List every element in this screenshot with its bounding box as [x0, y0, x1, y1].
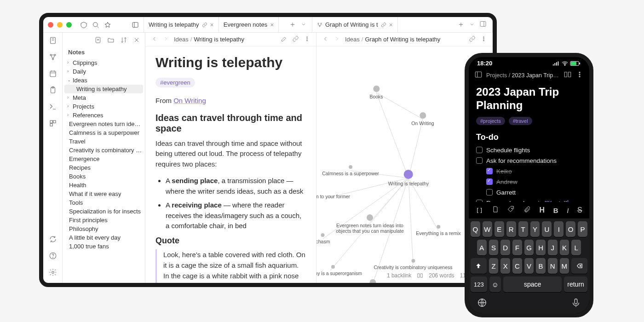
sync-icon[interactable]	[49, 235, 57, 245]
graph-node[interactable]: chasm	[316, 233, 330, 244]
key-x[interactable]: X	[500, 258, 510, 274]
sidebar-item[interactable]: What if it were easy	[63, 190, 145, 198]
checkbox-icon[interactable]	[476, 157, 483, 164]
key-g[interactable]: G	[524, 240, 534, 255]
forward-icon[interactable]	[162, 35, 169, 44]
edit-icon[interactable]	[281, 35, 288, 44]
key-w[interactable]: W	[483, 221, 492, 237]
chevron-right-icon[interactable]: ›	[67, 112, 72, 117]
chevron-right-icon[interactable]: ›	[67, 95, 72, 100]
chevron-down-icon[interactable]	[301, 21, 306, 29]
vault-icon[interactable]	[80, 21, 87, 29]
attachment-icon[interactable]	[523, 206, 531, 215]
window-controls[interactable]	[48, 22, 72, 28]
tag-projects[interactable]: #projects	[476, 117, 505, 125]
todo-item[interactable]: Garrett	[476, 189, 582, 196]
sidebar-item[interactable]: Philosophy	[63, 224, 145, 233]
tag-travel[interactable]: #travel	[509, 117, 532, 125]
note-body[interactable]: Writing is telepathy #evergreen From On …	[145, 46, 316, 283]
key-t[interactable]: T	[518, 221, 528, 237]
key-q[interactable]: Q	[471, 221, 480, 237]
graph-node[interactable]: Everything is a remix	[416, 225, 460, 236]
checkbox-icon[interactable]	[486, 178, 493, 185]
back-icon[interactable]	[151, 35, 158, 44]
emoji-key[interactable]: ☺	[489, 276, 501, 292]
reading-mode-icon[interactable]	[417, 272, 423, 280]
breadcrumb[interactable]: Ideas / Writing is telepathy	[174, 36, 276, 43]
graph-node[interactable]: Evergreen notes turn ideas intoobjects t…	[331, 214, 409, 234]
templates-icon[interactable]	[49, 119, 57, 129]
right-sidebar-toggle-icon[interactable]	[479, 20, 487, 29]
backspace-key[interactable]	[571, 258, 587, 274]
command-icon[interactable]	[49, 103, 57, 113]
key-y[interactable]: Y	[530, 221, 540, 237]
key-v[interactable]: V	[524, 258, 534, 274]
key-s[interactable]: S	[489, 240, 499, 255]
sidebar-item[interactable]: Specialization is for insects	[63, 207, 145, 216]
sidebar-item-clippings[interactable]: ›Clippings	[63, 58, 145, 67]
key-j[interactable]: J	[548, 240, 558, 255]
link-icon[interactable]	[469, 35, 476, 44]
keyboard[interactable]: QWERTYUIOP ASDFGHJKL ZXCVBNM 123 ☺ space…	[469, 218, 589, 313]
clipboard-icon[interactable]	[49, 86, 57, 96]
sidebar-item-meta[interactable]: ›Meta	[63, 93, 145, 102]
key-l[interactable]: L	[571, 240, 581, 255]
sidebar-item-ideas[interactable]: ⌄Ideas	[63, 76, 145, 85]
tab-graph[interactable]: Graph of Writing is t ×	[312, 17, 398, 32]
settings-icon[interactable]	[49, 268, 57, 278]
graph-view-icon[interactable]	[49, 53, 57, 63]
brackets-icon[interactable]: []	[476, 207, 483, 214]
key-b[interactable]: B	[536, 258, 546, 274]
key-h[interactable]: H	[536, 240, 546, 255]
checkbox-icon[interactable]	[476, 147, 483, 153]
more-icon[interactable]	[480, 35, 487, 44]
key-e[interactable]: E	[494, 221, 504, 237]
sidebar-item-projects[interactable]: ›Projects	[63, 102, 145, 111]
graph-node[interactable]: Creativity is combinatory uniqueness	[374, 259, 453, 270]
chevron-down-icon[interactable]: ⌄	[67, 77, 72, 82]
sidebar-item-daily[interactable]: ›Daily	[63, 67, 145, 76]
forward-icon[interactable]	[334, 35, 340, 44]
checkbox-icon[interactable]	[486, 189, 493, 196]
collapse-icon[interactable]	[133, 36, 140, 45]
key-r[interactable]: R	[506, 221, 516, 237]
key-d[interactable]: D	[500, 240, 510, 255]
key-c[interactable]: C	[512, 258, 522, 274]
files-icon[interactable]	[49, 36, 57, 46]
checkbox-icon[interactable]	[486, 168, 493, 174]
key-a[interactable]: A	[477, 240, 487, 255]
chevron-down-icon[interactable]	[469, 21, 475, 29]
tag-evergreen[interactable]: #evergreen	[155, 78, 195, 87]
link-icon[interactable]	[292, 35, 299, 44]
sidebar-item[interactable]: Health	[63, 181, 145, 190]
graph-node[interactable]: Evergreen notes	[355, 279, 390, 283]
key-u[interactable]: U	[542, 221, 552, 237]
sidebar-item[interactable]: 1,000 true fans	[63, 242, 145, 251]
sidebar-item-writing-is-telepathy[interactable]: Writing is telepathy	[64, 85, 143, 93]
chevron-right-icon[interactable]: ›	[67, 60, 72, 65]
graph-node[interactable]: Books	[369, 86, 383, 99]
breadcrumb[interactable]: Projects / 2023 Japan Trip Pl…	[486, 72, 560, 79]
graph-node[interactable]: Calmness is a superpower	[322, 165, 379, 176]
reading-mode-icon[interactable]	[564, 70, 572, 80]
backlink-count[interactable]: 1 backlink	[387, 272, 411, 280]
new-note-icon[interactable]	[94, 36, 102, 45]
star-icon[interactable]	[104, 21, 111, 29]
todo-item[interactable]: Ask for recommendations	[476, 157, 582, 164]
tag-icon[interactable]	[507, 206, 515, 215]
graph-node[interactable]: On Writing	[411, 112, 434, 126]
key-k[interactable]: K	[560, 240, 569, 255]
close-icon[interactable]: ×	[389, 22, 393, 28]
crumb-parent[interactable]: Ideas	[345, 36, 360, 43]
new-folder-icon[interactable]	[107, 36, 115, 45]
key-p[interactable]: P	[578, 221, 587, 237]
link-on-writing[interactable]: On Writing	[173, 97, 206, 104]
return-key[interactable]: return	[564, 276, 587, 292]
key-f[interactable]: F	[512, 240, 522, 255]
sidebar-item[interactable]: A little bit every day	[63, 233, 145, 242]
sidebar-item[interactable]: First principles	[63, 216, 145, 224]
sidebar-item[interactable]: Books	[63, 172, 145, 181]
close-icon[interactable]: ×	[270, 22, 274, 28]
tab-writing[interactable]: Writing is telepathy ×	[144, 17, 219, 32]
shift-key[interactable]	[471, 258, 487, 274]
